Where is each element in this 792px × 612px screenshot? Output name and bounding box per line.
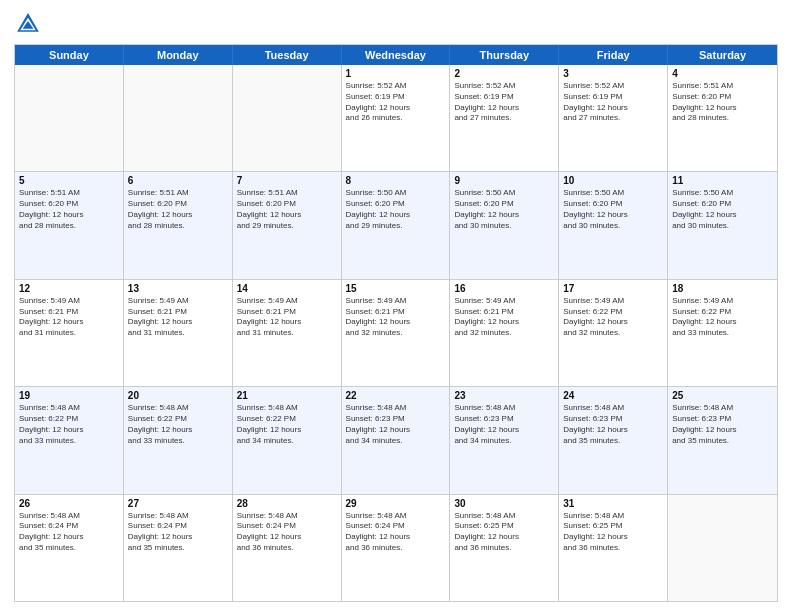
calendar-cell: 29Sunrise: 5:48 AM Sunset: 6:24 PM Dayli… [342,495,451,601]
day-number: 7 [237,175,337,186]
day-info: Sunrise: 5:48 AM Sunset: 6:24 PM Dayligh… [19,511,119,554]
day-info: Sunrise: 5:49 AM Sunset: 6:21 PM Dayligh… [237,296,337,339]
calendar-cell: 8Sunrise: 5:50 AM Sunset: 6:20 PM Daylig… [342,172,451,278]
day-number: 13 [128,283,228,294]
day-number: 18 [672,283,773,294]
day-number: 5 [19,175,119,186]
day-number: 8 [346,175,446,186]
calendar-cell: 2Sunrise: 5:52 AM Sunset: 6:19 PM Daylig… [450,65,559,171]
calendar-cell: 9Sunrise: 5:50 AM Sunset: 6:20 PM Daylig… [450,172,559,278]
calendar-cell: 13Sunrise: 5:49 AM Sunset: 6:21 PM Dayli… [124,280,233,386]
day-number: 9 [454,175,554,186]
day-number: 10 [563,175,663,186]
calendar-row: 26Sunrise: 5:48 AM Sunset: 6:24 PM Dayli… [15,494,777,601]
logo [14,10,46,38]
calendar-row: 1Sunrise: 5:52 AM Sunset: 6:19 PM Daylig… [15,65,777,171]
calendar-cell: 15Sunrise: 5:49 AM Sunset: 6:21 PM Dayli… [342,280,451,386]
day-info: Sunrise: 5:50 AM Sunset: 6:20 PM Dayligh… [563,188,663,231]
day-number: 25 [672,390,773,401]
calendar: SundayMondayTuesdayWednesdayThursdayFrid… [14,44,778,602]
calendar-row: 12Sunrise: 5:49 AM Sunset: 6:21 PM Dayli… [15,279,777,386]
day-of-week-thursday: Thursday [450,45,559,65]
calendar-body: 1Sunrise: 5:52 AM Sunset: 6:19 PM Daylig… [15,65,777,601]
day-info: Sunrise: 5:48 AM Sunset: 6:23 PM Dayligh… [346,403,446,446]
day-info: Sunrise: 5:49 AM Sunset: 6:21 PM Dayligh… [346,296,446,339]
day-number: 27 [128,498,228,509]
day-info: Sunrise: 5:48 AM Sunset: 6:22 PM Dayligh… [128,403,228,446]
calendar-cell: 22Sunrise: 5:48 AM Sunset: 6:23 PM Dayli… [342,387,451,493]
calendar-cell: 7Sunrise: 5:51 AM Sunset: 6:20 PM Daylig… [233,172,342,278]
calendar-cell: 24Sunrise: 5:48 AM Sunset: 6:23 PM Dayli… [559,387,668,493]
day-number: 2 [454,68,554,79]
day-number: 29 [346,498,446,509]
day-number: 28 [237,498,337,509]
day-info: Sunrise: 5:52 AM Sunset: 6:19 PM Dayligh… [563,81,663,124]
calendar-cell: 26Sunrise: 5:48 AM Sunset: 6:24 PM Dayli… [15,495,124,601]
calendar-cell: 5Sunrise: 5:51 AM Sunset: 6:20 PM Daylig… [15,172,124,278]
day-number: 4 [672,68,773,79]
day-info: Sunrise: 5:51 AM Sunset: 6:20 PM Dayligh… [672,81,773,124]
day-number: 11 [672,175,773,186]
calendar-header: SundayMondayTuesdayWednesdayThursdayFrid… [15,45,777,65]
day-number: 22 [346,390,446,401]
day-info: Sunrise: 5:49 AM Sunset: 6:21 PM Dayligh… [128,296,228,339]
day-info: Sunrise: 5:49 AM Sunset: 6:21 PM Dayligh… [19,296,119,339]
day-number: 15 [346,283,446,294]
day-of-week-sunday: Sunday [15,45,124,65]
calendar-cell: 17Sunrise: 5:49 AM Sunset: 6:22 PM Dayli… [559,280,668,386]
calendar-cell: 25Sunrise: 5:48 AM Sunset: 6:23 PM Dayli… [668,387,777,493]
calendar-cell: 21Sunrise: 5:48 AM Sunset: 6:22 PM Dayli… [233,387,342,493]
day-info: Sunrise: 5:51 AM Sunset: 6:20 PM Dayligh… [237,188,337,231]
calendar-cell [233,65,342,171]
day-of-week-friday: Friday [559,45,668,65]
page: SundayMondayTuesdayWednesdayThursdayFrid… [0,0,792,612]
day-number: 20 [128,390,228,401]
day-info: Sunrise: 5:48 AM Sunset: 6:22 PM Dayligh… [19,403,119,446]
day-info: Sunrise: 5:49 AM Sunset: 6:22 PM Dayligh… [672,296,773,339]
day-number: 23 [454,390,554,401]
day-of-week-saturday: Saturday [668,45,777,65]
calendar-cell: 18Sunrise: 5:49 AM Sunset: 6:22 PM Dayli… [668,280,777,386]
day-number: 24 [563,390,663,401]
day-info: Sunrise: 5:48 AM Sunset: 6:24 PM Dayligh… [237,511,337,554]
calendar-cell: 14Sunrise: 5:49 AM Sunset: 6:21 PM Dayli… [233,280,342,386]
day-number: 12 [19,283,119,294]
day-of-week-tuesday: Tuesday [233,45,342,65]
day-info: Sunrise: 5:48 AM Sunset: 6:22 PM Dayligh… [237,403,337,446]
day-info: Sunrise: 5:50 AM Sunset: 6:20 PM Dayligh… [346,188,446,231]
day-info: Sunrise: 5:49 AM Sunset: 6:22 PM Dayligh… [563,296,663,339]
calendar-cell: 28Sunrise: 5:48 AM Sunset: 6:24 PM Dayli… [233,495,342,601]
day-info: Sunrise: 5:48 AM Sunset: 6:23 PM Dayligh… [672,403,773,446]
day-number: 26 [19,498,119,509]
calendar-cell: 27Sunrise: 5:48 AM Sunset: 6:24 PM Dayli… [124,495,233,601]
calendar-cell: 30Sunrise: 5:48 AM Sunset: 6:25 PM Dayli… [450,495,559,601]
day-number: 16 [454,283,554,294]
day-info: Sunrise: 5:51 AM Sunset: 6:20 PM Dayligh… [128,188,228,231]
calendar-cell: 31Sunrise: 5:48 AM Sunset: 6:25 PM Dayli… [559,495,668,601]
day-of-week-monday: Monday [124,45,233,65]
calendar-cell [668,495,777,601]
calendar-cell: 1Sunrise: 5:52 AM Sunset: 6:19 PM Daylig… [342,65,451,171]
day-number: 19 [19,390,119,401]
calendar-cell: 20Sunrise: 5:48 AM Sunset: 6:22 PM Dayli… [124,387,233,493]
day-info: Sunrise: 5:50 AM Sunset: 6:20 PM Dayligh… [672,188,773,231]
day-of-week-wednesday: Wednesday [342,45,451,65]
day-number: 3 [563,68,663,79]
day-info: Sunrise: 5:52 AM Sunset: 6:19 PM Dayligh… [346,81,446,124]
day-info: Sunrise: 5:50 AM Sunset: 6:20 PM Dayligh… [454,188,554,231]
calendar-cell: 23Sunrise: 5:48 AM Sunset: 6:23 PM Dayli… [450,387,559,493]
calendar-cell: 16Sunrise: 5:49 AM Sunset: 6:21 PM Dayli… [450,280,559,386]
day-info: Sunrise: 5:48 AM Sunset: 6:23 PM Dayligh… [563,403,663,446]
day-number: 17 [563,283,663,294]
calendar-cell: 3Sunrise: 5:52 AM Sunset: 6:19 PM Daylig… [559,65,668,171]
day-info: Sunrise: 5:49 AM Sunset: 6:21 PM Dayligh… [454,296,554,339]
calendar-cell: 12Sunrise: 5:49 AM Sunset: 6:21 PM Dayli… [15,280,124,386]
day-number: 30 [454,498,554,509]
calendar-cell [15,65,124,171]
day-number: 21 [237,390,337,401]
day-info: Sunrise: 5:48 AM Sunset: 6:25 PM Dayligh… [563,511,663,554]
day-info: Sunrise: 5:48 AM Sunset: 6:25 PM Dayligh… [454,511,554,554]
header [14,10,778,38]
day-number: 6 [128,175,228,186]
logo-icon [14,10,42,38]
